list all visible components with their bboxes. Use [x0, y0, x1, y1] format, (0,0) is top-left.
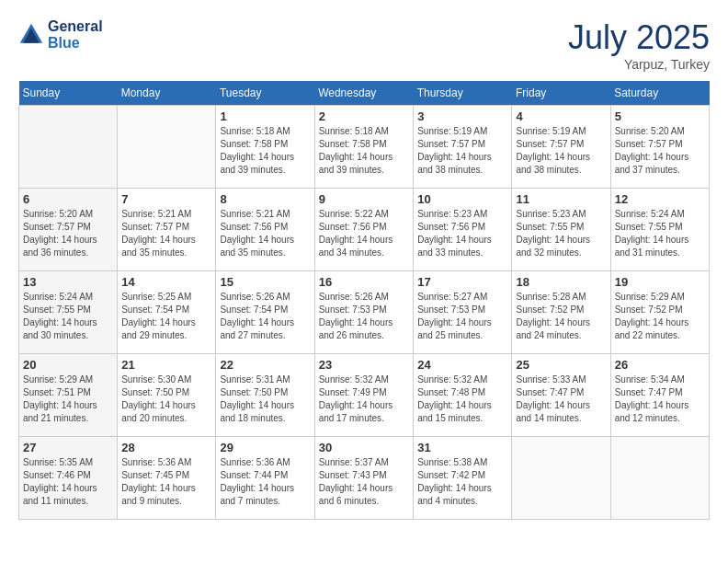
- calendar-cell: 6Sunrise: 5:20 AM Sunset: 7:57 PM Daylig…: [19, 189, 118, 271]
- day-number: 29: [220, 441, 310, 454]
- day-number: 26: [615, 358, 705, 372]
- day-info: Sunrise: 5:19 AM Sunset: 7:57 PM Dayligh…: [516, 125, 606, 177]
- day-info: Sunrise: 5:37 AM Sunset: 7:43 PM Dayligh…: [319, 456, 410, 508]
- weekday-header-saturday: Saturday: [610, 81, 709, 106]
- calendar-week-1: 1Sunrise: 5:18 AM Sunset: 7:58 PM Daylig…: [19, 106, 710, 189]
- day-info: Sunrise: 5:18 AM Sunset: 7:58 PM Dayligh…: [319, 125, 410, 177]
- day-info: Sunrise: 5:27 AM Sunset: 7:53 PM Dayligh…: [417, 291, 507, 342]
- calendar-cell: 29Sunrise: 5:36 AM Sunset: 7:44 PM Dayli…: [216, 437, 314, 520]
- calendar-cell: 10Sunrise: 5:23 AM Sunset: 7:56 PM Dayli…: [414, 189, 512, 271]
- page-header: General Blue July 2025 Yarpuz, Turkey: [18, 18, 710, 72]
- day-info: Sunrise: 5:33 AM Sunset: 7:47 PM Dayligh…: [516, 373, 606, 425]
- calendar-cell: 15Sunrise: 5:26 AM Sunset: 7:54 PM Dayli…: [216, 271, 314, 354]
- calendar-cell: [512, 437, 610, 520]
- day-number: 3: [417, 109, 507, 123]
- calendar-cell: 9Sunrise: 5:22 AM Sunset: 7:56 PM Daylig…: [314, 189, 414, 271]
- calendar-cell: 5Sunrise: 5:20 AM Sunset: 7:57 PM Daylig…: [610, 106, 709, 189]
- calendar-cell: 11Sunrise: 5:23 AM Sunset: 7:55 PM Dayli…: [512, 189, 610, 271]
- calendar-cell: 31Sunrise: 5:38 AM Sunset: 7:42 PM Dayli…: [414, 437, 512, 520]
- day-info: Sunrise: 5:18 AM Sunset: 7:58 PM Dayligh…: [220, 125, 310, 177]
- calendar-cell: 24Sunrise: 5:32 AM Sunset: 7:48 PM Dayli…: [414, 354, 512, 437]
- location-subtitle: Yarpuz, Turkey: [568, 57, 710, 72]
- logo-icon: [18, 22, 44, 48]
- calendar-cell: 23Sunrise: 5:32 AM Sunset: 7:49 PM Dayli…: [314, 354, 414, 437]
- day-number: 13: [23, 275, 113, 289]
- calendar-week-3: 13Sunrise: 5:24 AM Sunset: 7:55 PM Dayli…: [19, 271, 710, 354]
- calendar-cell: 8Sunrise: 5:21 AM Sunset: 7:56 PM Daylig…: [216, 189, 314, 271]
- calendar-cell: [610, 437, 709, 520]
- day-number: 4: [516, 109, 606, 123]
- weekday-header-thursday: Thursday: [414, 81, 512, 106]
- day-info: Sunrise: 5:20 AM Sunset: 7:57 PM Dayligh…: [23, 208, 113, 259]
- day-info: Sunrise: 5:25 AM Sunset: 7:54 PM Dayligh…: [121, 291, 211, 342]
- day-info: Sunrise: 5:28 AM Sunset: 7:52 PM Dayligh…: [516, 291, 606, 342]
- day-number: 31: [417, 441, 507, 454]
- day-number: 9: [319, 192, 410, 206]
- day-number: 22: [220, 358, 310, 372]
- day-info: Sunrise: 5:19 AM Sunset: 7:57 PM Dayligh…: [417, 125, 507, 177]
- day-info: Sunrise: 5:30 AM Sunset: 7:50 PM Dayligh…: [121, 373, 211, 425]
- calendar-cell: 22Sunrise: 5:31 AM Sunset: 7:50 PM Dayli…: [216, 354, 314, 437]
- calendar-cell: 26Sunrise: 5:34 AM Sunset: 7:47 PM Dayli…: [610, 354, 709, 437]
- day-number: 7: [121, 192, 211, 206]
- day-number: 23: [319, 358, 410, 372]
- title-block: July 2025 Yarpuz, Turkey: [568, 18, 710, 72]
- calendar-cell: 13Sunrise: 5:24 AM Sunset: 7:55 PM Dayli…: [19, 271, 118, 354]
- day-info: Sunrise: 5:24 AM Sunset: 7:55 PM Dayligh…: [615, 208, 705, 259]
- day-info: Sunrise: 5:31 AM Sunset: 7:50 PM Dayligh…: [220, 373, 310, 425]
- day-number: 18: [516, 275, 606, 289]
- calendar-week-4: 20Sunrise: 5:29 AM Sunset: 7:51 PM Dayli…: [19, 354, 710, 437]
- day-number: 1: [220, 109, 310, 123]
- day-info: Sunrise: 5:22 AM Sunset: 7:56 PM Dayligh…: [319, 208, 410, 259]
- calendar-cell: 1Sunrise: 5:18 AM Sunset: 7:58 PM Daylig…: [216, 106, 314, 189]
- weekday-header-tuesday: Tuesday: [216, 81, 314, 106]
- calendar-cell: [19, 106, 118, 189]
- calendar-cell: [118, 106, 216, 189]
- calendar-cell: 19Sunrise: 5:29 AM Sunset: 7:52 PM Dayli…: [610, 271, 709, 354]
- calendar-cell: 28Sunrise: 5:36 AM Sunset: 7:45 PM Dayli…: [118, 437, 216, 520]
- calendar-cell: 20Sunrise: 5:29 AM Sunset: 7:51 PM Dayli…: [19, 354, 118, 437]
- day-info: Sunrise: 5:35 AM Sunset: 7:46 PM Dayligh…: [23, 456, 113, 508]
- weekday-header-row: SundayMondayTuesdayWednesdayThursdayFrid…: [19, 81, 710, 106]
- day-number: 30: [319, 441, 410, 454]
- calendar-cell: 14Sunrise: 5:25 AM Sunset: 7:54 PM Dayli…: [118, 271, 216, 354]
- day-number: 2: [319, 109, 410, 123]
- day-info: Sunrise: 5:34 AM Sunset: 7:47 PM Dayligh…: [615, 373, 705, 425]
- calendar-cell: 21Sunrise: 5:30 AM Sunset: 7:50 PM Dayli…: [118, 354, 216, 437]
- day-number: 25: [516, 358, 606, 372]
- day-number: 27: [23, 441, 113, 454]
- calendar-cell: 25Sunrise: 5:33 AM Sunset: 7:47 PM Dayli…: [512, 354, 610, 437]
- weekday-header-sunday: Sunday: [19, 81, 118, 106]
- calendar-cell: 4Sunrise: 5:19 AM Sunset: 7:57 PM Daylig…: [512, 106, 610, 189]
- day-info: Sunrise: 5:29 AM Sunset: 7:52 PM Dayligh…: [615, 291, 705, 342]
- day-info: Sunrise: 5:36 AM Sunset: 7:44 PM Dayligh…: [220, 456, 310, 508]
- day-info: Sunrise: 5:26 AM Sunset: 7:53 PM Dayligh…: [319, 291, 410, 342]
- day-info: Sunrise: 5:23 AM Sunset: 7:56 PM Dayligh…: [417, 208, 507, 259]
- day-number: 16: [319, 275, 410, 289]
- day-info: Sunrise: 5:20 AM Sunset: 7:57 PM Dayligh…: [615, 125, 705, 177]
- day-number: 5: [615, 109, 705, 123]
- day-number: 19: [615, 275, 705, 289]
- calendar-cell: 12Sunrise: 5:24 AM Sunset: 7:55 PM Dayli…: [610, 189, 709, 271]
- day-number: 20: [23, 358, 113, 372]
- weekday-header-friday: Friday: [512, 81, 610, 106]
- logo: General Blue: [18, 18, 103, 51]
- day-info: Sunrise: 5:36 AM Sunset: 7:45 PM Dayligh…: [121, 456, 211, 508]
- calendar-cell: 2Sunrise: 5:18 AM Sunset: 7:58 PM Daylig…: [314, 106, 414, 189]
- day-info: Sunrise: 5:38 AM Sunset: 7:42 PM Dayligh…: [417, 456, 507, 508]
- day-info: Sunrise: 5:32 AM Sunset: 7:49 PM Dayligh…: [319, 373, 410, 425]
- month-title: July 2025: [568, 18, 710, 57]
- weekday-header-monday: Monday: [118, 81, 216, 106]
- calendar-cell: 30Sunrise: 5:37 AM Sunset: 7:43 PM Dayli…: [314, 437, 414, 520]
- day-info: Sunrise: 5:29 AM Sunset: 7:51 PM Dayligh…: [23, 373, 113, 425]
- day-number: 17: [417, 275, 507, 289]
- day-number: 12: [615, 192, 705, 206]
- calendar-body: 1Sunrise: 5:18 AM Sunset: 7:58 PM Daylig…: [19, 106, 710, 520]
- day-info: Sunrise: 5:23 AM Sunset: 7:55 PM Dayligh…: [516, 208, 606, 259]
- day-number: 6: [23, 192, 113, 206]
- calendar-week-5: 27Sunrise: 5:35 AM Sunset: 7:46 PM Dayli…: [19, 437, 710, 520]
- calendar-week-2: 6Sunrise: 5:20 AM Sunset: 7:57 PM Daylig…: [19, 189, 710, 271]
- calendar-cell: 18Sunrise: 5:28 AM Sunset: 7:52 PM Dayli…: [512, 271, 610, 354]
- calendar-cell: 3Sunrise: 5:19 AM Sunset: 7:57 PM Daylig…: [414, 106, 512, 189]
- day-number: 21: [121, 358, 211, 372]
